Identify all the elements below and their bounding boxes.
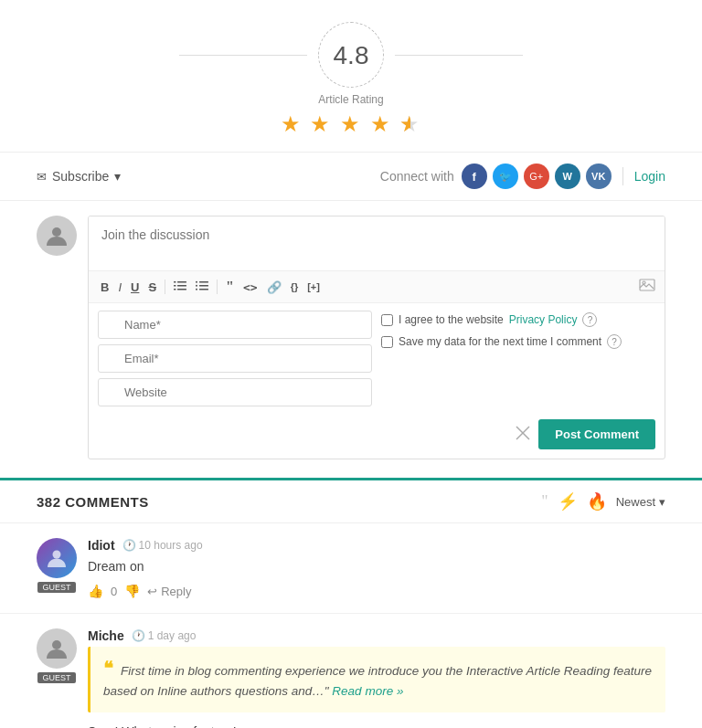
rating-line-left	[179, 55, 307, 56]
email-input[interactable]	[98, 344, 372, 373]
comment-1-text: Dream on	[88, 556, 665, 576]
comment-2-text: Sure! What a nice feature!	[88, 722, 665, 728]
website-field-wrap: 🔗	[98, 378, 372, 406]
form-bottom-row: Post Comment	[89, 414, 665, 459]
comment-item-2: Guest Miche 🕐 1 day ago ❝ First time in …	[0, 614, 702, 728]
star-1: ★	[281, 111, 303, 136]
curly-button[interactable]: {}	[288, 280, 302, 294]
social-icons: f 🐦 G+ W VK	[462, 164, 612, 189]
comment-1-time-text: 10 hours ago	[139, 539, 203, 552]
save-data-checkbox[interactable]	[381, 336, 393, 348]
comment-2-body: Miche 🕐 1 day ago ❝ First time in blog c…	[88, 628, 665, 728]
rating-stars: ★ ★ ★ ★ ★ ★	[0, 111, 702, 137]
clock-icon-2: 🕐	[132, 629, 145, 642]
rating-section: 4.8 Article Rating ★ ★ ★ ★ ★ ★	[0, 0, 702, 152]
comments-sort: " ⚡ 🔥 Newest ▾	[541, 491, 665, 512]
divider	[622, 167, 623, 185]
envelope-icon: ✉	[37, 170, 47, 184]
quote-sort-icon[interactable]: "	[541, 492, 548, 512]
read-more-link[interactable]: Read more »	[332, 684, 403, 698]
comment-2-meta: Miche 🕐 1 day ago	[88, 628, 665, 643]
google-icon[interactable]: G+	[524, 164, 549, 189]
name-field-wrap: 👤	[98, 311, 372, 339]
link-button[interactable]: 🔗	[264, 279, 284, 296]
comments-count: 382 COMMENTS	[37, 494, 149, 510]
svg-rect-3	[177, 289, 186, 290]
sort-select[interactable]: Newest ▾	[616, 495, 665, 509]
rating-score: 4.8	[318, 22, 384, 88]
chevron-down-icon: ▾	[114, 169, 121, 184]
ordered-list-button[interactable]	[171, 278, 189, 297]
svg-point-12	[196, 288, 197, 290]
svg-point-17	[53, 551, 61, 559]
comment-1-avatar	[37, 538, 77, 578]
save-data-row: Save my data for the next time I comment…	[381, 334, 622, 349]
svg-rect-6	[174, 289, 176, 290]
svg-point-10	[196, 280, 197, 282]
comment-form: B I U S	[88, 216, 665, 459]
sort-chevron-icon: ▾	[659, 495, 665, 509]
fire-sort-icon[interactable]: 🔥	[587, 491, 607, 512]
comment-2-avatar	[37, 628, 77, 669]
connect-with-area: Connect with f 🐦 G+ W VK Login	[380, 164, 665, 189]
toolbar-sep-2	[217, 280, 218, 294]
save-data-text: Save my data for the next time I comment	[399, 335, 601, 348]
blockquote-button[interactable]: "	[223, 277, 237, 297]
privacy-text: I agree to the website	[399, 313, 504, 326]
comment-item-1: Guest Idiot 🕐 10 hours ago Dream on 👍 0 …	[0, 523, 702, 614]
comment-textarea[interactable]	[89, 216, 665, 268]
facebook-icon[interactable]: f	[462, 164, 487, 189]
comment-1-actions: 👍 0 👎 ↩ Reply	[88, 584, 665, 598]
form-fields-right: I agree to the website Privacy Policy ? …	[381, 311, 655, 406]
privacy-help-icon[interactable]: ?	[582, 312, 597, 327]
svg-point-18	[52, 640, 61, 649]
no-format-button[interactable]	[515, 425, 531, 445]
email-field-wrap: @	[98, 344, 372, 373]
name-input[interactable]	[98, 311, 372, 339]
comment-1-meta: Idiot 🕐 10 hours ago	[88, 538, 665, 553]
privacy-link[interactable]: Privacy Policy	[509, 313, 578, 326]
guest-badge-2: Guest	[37, 672, 75, 683]
privacy-checkbox[interactable]	[381, 314, 393, 326]
save-data-help-icon[interactable]: ?	[607, 334, 622, 349]
guest-badge-1: Guest	[37, 582, 75, 593]
comment-1-reply-label: Reply	[161, 585, 191, 598]
comment-1-reply-button[interactable]: ↩ Reply	[147, 585, 191, 598]
subscribe-label: Subscribe	[52, 169, 109, 184]
rating-label: Article Rating	[0, 93, 702, 106]
strikethrough-button[interactable]: S	[145, 279, 159, 296]
form-fields: 👤 @ 🔗 I agree to the website Privacy Pol…	[89, 303, 665, 414]
svg-rect-9	[199, 289, 208, 290]
bolt-sort-icon[interactable]: ⚡	[558, 491, 578, 512]
form-avatar-wrap	[37, 216, 77, 459]
code-button[interactable]: <>	[240, 279, 261, 296]
comment-1-upvote[interactable]: 👍	[88, 584, 103, 598]
unordered-list-button[interactable]	[193, 278, 211, 297]
toolbar-sep-1	[165, 280, 165, 294]
website-input[interactable]	[98, 378, 372, 406]
comment-1-body: Idiot 🕐 10 hours ago Dream on 👍 0 👎 ↩ Re…	[88, 538, 665, 598]
svg-rect-1	[177, 281, 186, 283]
login-link[interactable]: Login	[634, 169, 665, 184]
twitter-icon[interactable]: 🐦	[493, 164, 518, 189]
bold-button[interactable]: B	[98, 279, 112, 296]
svg-point-0	[52, 227, 61, 237]
underline-button[interactable]: U	[128, 279, 142, 296]
comment-1-vote-count: 0	[111, 585, 117, 598]
comment-2-time: 🕐 1 day ago	[132, 629, 197, 642]
privacy-row: I agree to the website Privacy Policy ?	[381, 312, 597, 327]
star-2: ★	[310, 111, 332, 136]
italic-button[interactable]: I	[115, 279, 124, 296]
subscribe-button[interactable]: ✉ Subscribe ▾	[37, 169, 121, 184]
svg-rect-8	[199, 285, 208, 287]
svg-rect-4	[174, 281, 176, 283]
subscribe-bar: ✉ Subscribe ▾ Connect with f 🐦 G+ W VK L…	[0, 152, 702, 201]
comment-2-quote-block: ❝ First time in blog commenting experien…	[88, 647, 665, 712]
plus-button[interactable]: [+]	[304, 280, 323, 294]
vk-icon[interactable]: VK	[586, 164, 612, 189]
wordpress-icon[interactable]: W	[555, 164, 580, 189]
image-button[interactable]	[639, 279, 655, 295]
svg-rect-2	[177, 285, 186, 287]
comment-1-downvote[interactable]: 👎	[124, 584, 140, 598]
post-comment-button[interactable]: Post Comment	[538, 419, 655, 449]
